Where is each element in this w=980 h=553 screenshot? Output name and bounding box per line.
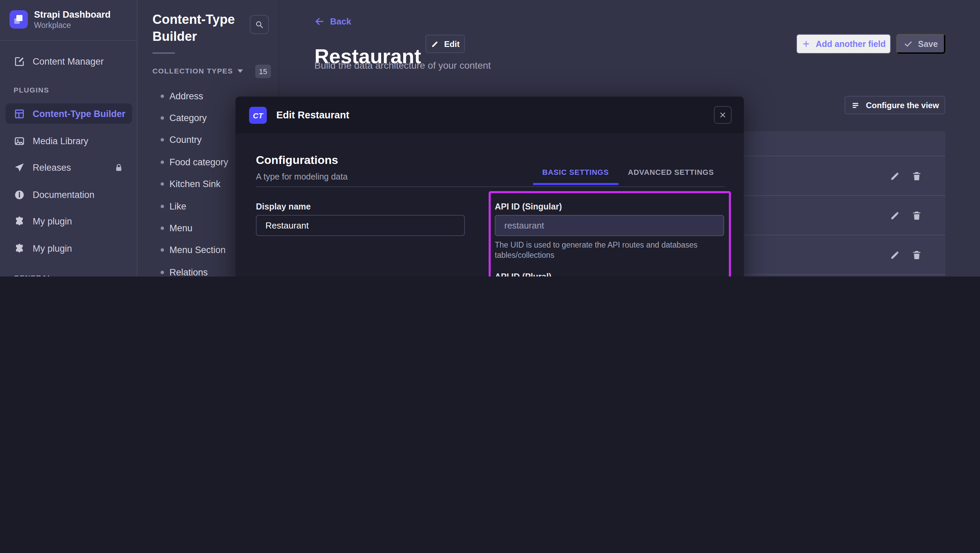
content-type-badge: CT	[249, 107, 267, 124]
sidebar-item-documentation[interactable]: Documentation	[5, 184, 132, 205]
delete-field-icon[interactable]	[911, 210, 922, 221]
lines-icon	[851, 100, 861, 110]
modal-title: Edit Restaurant	[276, 110, 349, 121]
tabs-divider	[256, 186, 725, 187]
workspace-header[interactable]: Strapi Dashboard Workplace	[0, 0, 137, 41]
tab-basic-settings[interactable]: BASIC SETTINGS	[533, 161, 618, 183]
info-icon	[14, 189, 25, 200]
arrow-left-icon	[314, 16, 325, 27]
check-icon	[904, 40, 913, 48]
delete-field-icon[interactable]	[911, 249, 922, 261]
sidebar-item-my-plugin-2[interactable]: My plugin	[5, 238, 132, 259]
lock-icon	[114, 162, 124, 172]
api-id-singular-input[interactable]	[495, 215, 724, 236]
sidebar-section-general: GENERAL	[14, 273, 52, 276]
modal-header: CT Edit Restaurant	[235, 97, 744, 133]
chevron-down-icon	[238, 69, 243, 72]
panel-title: Content-Type Builder	[153, 11, 255, 45]
pen-icon	[14, 56, 25, 67]
display-name-input[interactable]	[256, 215, 465, 236]
tab-advanced-settings[interactable]: ADVANCED SETTINGS	[618, 161, 724, 183]
add-another-field-button[interactable]: Add another field	[796, 34, 891, 54]
configure-the-view-button[interactable]: Configure the view	[845, 96, 945, 114]
api-id-singular-help: The UID is used to generate the API rout…	[495, 240, 719, 261]
display-name-label: Display name	[256, 202, 311, 211]
close-icon	[719, 111, 727, 119]
grid-icon	[14, 108, 25, 119]
edit-restaurant-modal: CT Edit Restaurant Configurations A type…	[235, 97, 744, 276]
main-sidebar: Strapi Dashboard Workplace Content Manag…	[0, 0, 137, 276]
edit-field-icon[interactable]	[889, 249, 900, 261]
sidebar-item-content-manager[interactable]: Content Manager	[5, 51, 132, 72]
search-button[interactable]	[250, 15, 269, 34]
edit-field-icon[interactable]	[889, 171, 900, 182]
save-button[interactable]: Save	[896, 34, 945, 54]
delete-field-icon[interactable]	[911, 171, 922, 182]
sidebar-item-releases[interactable]: Releases	[5, 157, 132, 178]
app-title: Strapi Dashboard	[34, 10, 111, 20]
puzzle-icon	[14, 215, 25, 227]
api-id-plural-label: API ID (Plural)	[495, 272, 552, 276]
collection-types-header[interactable]: COLLECTION TYPES	[153, 67, 243, 75]
title-divider	[153, 52, 175, 54]
paper-plane-icon	[14, 162, 25, 173]
configurations-subheading: A type for modeling data	[256, 172, 348, 182]
back-link[interactable]: Back	[314, 16, 351, 27]
app-window: Strapi Dashboard Workplace Content Manag…	[0, 0, 980, 276]
pencil-icon	[430, 40, 439, 48]
edit-field-icon[interactable]	[889, 210, 900, 221]
sidebar-section-plugins: PLUGINS	[14, 86, 49, 94]
edit-button[interactable]: Edit	[425, 35, 465, 53]
workspace-name: Workplace	[34, 21, 71, 29]
sidebar-item-media-library[interactable]: Media Library	[5, 130, 132, 151]
sidebar-item-content-type-builder[interactable]: Content-Type Builder	[5, 103, 132, 124]
puzzle-icon	[14, 243, 25, 254]
plus-icon	[801, 40, 810, 48]
settings-tabs: BASIC SETTINGS ADVANCED SETTINGS	[533, 161, 724, 183]
strapi-logo	[10, 10, 28, 29]
api-id-singular-label: API ID (Singular)	[495, 202, 562, 211]
search-icon	[255, 20, 264, 29]
configurations-heading: Configurations	[256, 154, 338, 167]
image-icon	[14, 135, 25, 146]
page-subtitle: Build the data architecture of your cont…	[314, 60, 491, 71]
collection-types-count-badge: 15	[255, 65, 271, 78]
sidebar-item-my-plugin-1[interactable]: My plugin	[5, 211, 132, 231]
close-modal-button[interactable]	[714, 106, 732, 124]
